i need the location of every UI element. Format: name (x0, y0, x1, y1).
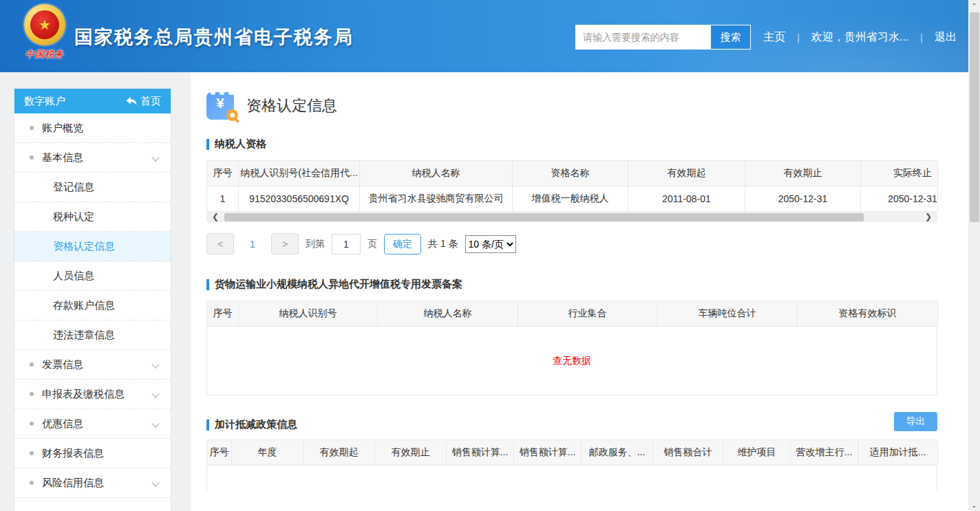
nav-logout-link[interactable]: 退出 (935, 30, 957, 45)
section-deduction-policy-header: 加计抵减政策信息 导出 (206, 412, 937, 431)
back-arrow-icon (126, 96, 137, 106)
sidebar-item-financial-report[interactable]: 财务报表信息 (14, 439, 171, 468)
bullet-icon (30, 422, 34, 426)
nav-welcome-user[interactable]: 欢迎，贵州省习水... (811, 30, 908, 45)
sidebar-item-declaration-tax[interactable]: 申报表及缴税信息 (14, 380, 171, 409)
section-bar (206, 139, 209, 150)
table-row: 1 9152033056500691XQ 贵州省习水县骏驰商贸有限公司 增值税一… (207, 186, 938, 212)
total-count-label: 共 1 条 (428, 238, 458, 250)
section-bar (206, 279, 209, 290)
page-title-row: ¥ 资格认定信息 (206, 91, 968, 121)
confirm-page-button[interactable]: 确定 (384, 234, 421, 254)
sidebar-item-invoice-info[interactable]: 发票信息 (14, 350, 171, 380)
prev-page-button[interactable]: < (206, 233, 234, 254)
search-group: 搜索 (575, 25, 751, 50)
deduction-policy-table: 序号 年度 有效期起 有效期止 销售额计算... 销售额计算... 邮政服务、.… (206, 439, 938, 466)
sidebar-item-basic-info[interactable]: 基本信息 (14, 143, 171, 173)
scroll-right-icon[interactable]: ❯ (919, 212, 937, 222)
page-size-select[interactable]: 10 条/页 (465, 235, 516, 253)
section-freight-filing-title: 货物运输业小规模纳税人异地代开增值税专用发票备案 (206, 278, 968, 291)
bullet-icon (30, 392, 34, 396)
deduction-policy-table-body (206, 466, 937, 493)
bullet-icon (30, 481, 34, 485)
nav-separator: ｜ (917, 32, 926, 44)
sidebar-item-preferential-info[interactable]: 优惠信息 (14, 409, 171, 439)
freight-filing-empty-state: 查无数据 (206, 327, 937, 395)
logo-area: ★ 中国税务 (19, 4, 70, 61)
chevron-down-icon (151, 420, 159, 427)
goto-label: 到第 (306, 238, 325, 250)
logo-caption: 中国税务 (19, 48, 70, 61)
top-header: ★ 中国税务 国家税务总局贵州省电子税务局 搜索 主页 ｜ 欢迎，贵州省习水..… (0, 0, 980, 72)
sidebar-title: 数字账户 (24, 95, 65, 108)
chevron-down-icon (151, 479, 159, 486)
table-header-row: 序号 纳税人识别号(社会信用代... 纳税人名称 资格名称 有效期起 有效期止 … (207, 161, 938, 186)
table-header-row: 序号 年度 有效期起 有效期止 销售额计算... 销售额计算... 邮政服务、.… (207, 440, 938, 466)
scrollbar-track[interactable] (224, 212, 919, 222)
page-number-input[interactable] (332, 234, 361, 254)
nav-home-link[interactable]: 主页 (763, 30, 785, 45)
export-button[interactable]: 导出 (894, 412, 937, 431)
freight-filing-table: 序号 纳税人识别号 纳税人名称 行业集合 车辆吨位合计 资格有效标识 (206, 301, 938, 327)
scrollbar-thumb[interactable] (970, 12, 979, 222)
section-bar (206, 420, 209, 431)
no-data-message: 查无数据 (553, 355, 591, 367)
chevron-down-icon (151, 153, 159, 161)
sidebar-item-risk-credit[interactable]: 风险信用信息 (14, 468, 171, 498)
site-title: 国家税务总局贵州省电子税务局 (74, 25, 354, 50)
page-unit-label: 页 (368, 238, 377, 250)
bullet-icon (30, 362, 34, 367)
bullet-icon (30, 451, 34, 455)
vertical-scrollbar[interactable]: ⌃ ⌄ (968, 0, 980, 511)
main-panel: ¥ 资格认定信息 纳税人资格 序号 纳税人识别号(社会信用代... 纳税人名称 … (191, 72, 968, 511)
sidebar-item-violation-info[interactable]: 违法违章信息 (14, 320, 171, 350)
scroll-down-icon[interactable]: ⌄ (968, 499, 980, 511)
sidebar-item-deposit-account[interactable]: 存款账户信息 (14, 291, 171, 320)
chevron-down-icon (151, 390, 159, 398)
qualification-search-icon: ¥ (206, 91, 238, 121)
sidebar-item-registration-info[interactable]: 登记信息 (14, 173, 171, 202)
pagination: < 1 > 到第 页 确定 共 1 条 10 条/页 (206, 233, 968, 254)
sidebar: 数字账户 首页 账户概览 基本信息 登记信息 税种认定 资格认定信息 (14, 88, 171, 511)
taxpayer-qualification-table: 序号 纳税人识别号(社会信用代... 纳税人名称 资格名称 有效期起 有效期止 … (206, 160, 938, 212)
next-page-button[interactable]: > (271, 233, 299, 254)
bullet-icon (30, 126, 34, 130)
section-taxpayer-qualification-title: 纳税人资格 (206, 138, 968, 151)
search-input[interactable] (576, 25, 711, 49)
sidebar-item-account-overview[interactable]: 账户概览 (14, 113, 171, 143)
sidebar-item-personnel-info[interactable]: 人员信息 (14, 261, 171, 291)
search-button[interactable]: 搜索 (711, 25, 750, 49)
page-title: 资格认定信息 (246, 96, 337, 116)
scrollbar-thumb[interactable] (224, 213, 864, 221)
table-header-row: 序号 纳税人识别号 纳税人名称 行业集合 车辆吨位合计 资格有效标识 (207, 301, 938, 327)
sidebar-home-link[interactable]: 首页 (126, 95, 161, 108)
section-deduction-policy-title: 加计抵减政策信息 (206, 418, 297, 431)
content-area: 数字账户 首页 账户概览 基本信息 登记信息 税种认定 资格认定信息 (0, 72, 968, 511)
sidebar-header: 数字账户 首页 (14, 89, 171, 113)
national-emblem-icon: ★ (24, 4, 65, 45)
chevron-down-icon (151, 360, 159, 368)
bullet-icon (30, 155, 34, 160)
nav-separator: ｜ (793, 32, 803, 44)
current-page-number[interactable]: 1 (241, 239, 264, 250)
scroll-up-icon[interactable]: ⌃ (968, 0, 980, 12)
scroll-left-icon[interactable]: ❮ (206, 212, 224, 222)
sidebar-item-qualification-info[interactable]: 资格认定信息 (14, 232, 171, 261)
top-nav: 主页 ｜ 欢迎，贵州省习水... ｜ 退出 (763, 30, 957, 45)
sidebar-item-tax-type[interactable]: 税种认定 (14, 202, 171, 232)
horizontal-scrollbar[interactable]: ❮ ❯ (206, 212, 937, 222)
